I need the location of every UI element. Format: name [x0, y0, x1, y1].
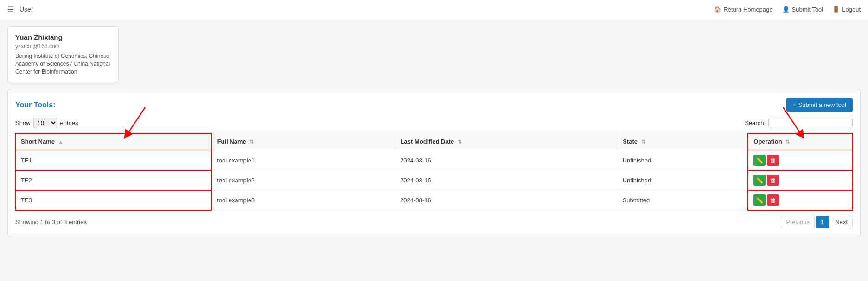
entries-per-page-select[interactable]: 10 25 50 100 [33, 118, 57, 128]
table-wrapper: Short Name ▲ Full Name ⇅ Last Modified D… [15, 133, 853, 210]
cell-state: Unfinished [617, 170, 748, 190]
tools-title: Your Tools: [15, 101, 56, 109]
submit-new-tool-button[interactable]: + Submit a new tool [786, 98, 853, 112]
cell-full-name: tool example1 [211, 150, 395, 170]
search-input[interactable] [768, 118, 853, 128]
pagination: Previous 1 Next [781, 216, 853, 228]
cell-operation: ✏️🗑 [748, 150, 853, 170]
top-navigation: ☰ User 🏠 Return Homepage 👤 Submit Tool 🚪… [0, 0, 868, 19]
cell-last-modified: 2024-08-16 [395, 170, 617, 190]
delete-button[interactable]: 🗑 [767, 155, 779, 166]
nav-left: ☰ User [7, 5, 33, 14]
home-icon: 🏠 [714, 6, 721, 13]
cell-short-name: TE1 [15, 150, 211, 170]
sort-op-icon: ⇅ [785, 139, 790, 144]
delete-button[interactable]: 🗑 [767, 194, 779, 206]
search-group: Search: [745, 118, 853, 128]
cell-operation: ✏️🗑 [748, 190, 853, 210]
table-header: Short Name ▲ Full Name ⇅ Last Modified D… [15, 133, 853, 150]
col-header-last-modified[interactable]: Last Modified Date ⇅ [395, 133, 617, 150]
col-header-short-name[interactable]: Short Name ▲ [15, 133, 211, 150]
table-row: TE3tool example32024-08-16Submitted✏️🗑 [15, 190, 853, 210]
return-homepage-link[interactable]: 🏠 Return Homepage [714, 6, 772, 13]
profile-email: yzxnxu@163.com [15, 43, 111, 50]
showing-entries-text: Showing 1 to 3 of 3 entries [15, 219, 87, 225]
cell-last-modified: 2024-08-16 [395, 190, 617, 210]
cell-full-name: tool example2 [211, 170, 395, 190]
cell-operation: ✏️🗑 [748, 170, 853, 190]
cell-last-modified: 2024-08-16 [395, 150, 617, 170]
tools-table: Short Name ▲ Full Name ⇅ Last Modified D… [15, 133, 853, 210]
edit-button[interactable]: ✏️ [753, 155, 766, 166]
bottom-row: Showing 1 to 3 of 3 entries Previous 1 N… [15, 216, 853, 228]
tools-header: Your Tools: + Submit a new tool [15, 98, 853, 112]
table-header-row: Short Name ▲ Full Name ⇅ Last Modified D… [15, 133, 853, 150]
col-header-full-name[interactable]: Full Name ⇅ [211, 133, 395, 150]
previous-page-button[interactable]: Previous [781, 216, 815, 228]
profile-name: Yuan Zhixiang [15, 33, 111, 41]
logout-icon: 🚪 [832, 6, 840, 13]
user-upload-icon: 👤 [782, 6, 790, 13]
controls-row: Show 10 25 50 100 entries Search: [15, 118, 853, 128]
show-entries-control: Show 10 25 50 100 entries [15, 118, 78, 128]
profile-section: Yuan Zhixiang yzxnxu@163.com Beijing Ins… [0, 19, 868, 90]
sort-state-icon: ⇅ [641, 139, 645, 144]
profile-card: Yuan Zhixiang yzxnxu@163.com Beijing Ins… [7, 26, 119, 82]
nav-brand: User [19, 6, 33, 13]
show-label: Show [15, 119, 31, 126]
nav-right: 🏠 Return Homepage 👤 Submit Tool 🚪 Logout [714, 6, 861, 13]
hamburger-icon[interactable]: ☰ [7, 5, 14, 14]
col-header-operation: Operation ⇅ [748, 133, 853, 150]
edit-button[interactable]: ✏️ [753, 194, 766, 206]
edit-button[interactable]: ✏️ [753, 175, 766, 186]
logout-link[interactable]: 🚪 Logout [832, 6, 861, 13]
search-label: Search: [745, 119, 766, 126]
next-page-button[interactable]: Next [830, 216, 853, 228]
col-header-state[interactable]: State ⇅ [617, 133, 748, 150]
table-row: TE2tool example22024-08-16Unfinished✏️🗑 [15, 170, 853, 190]
page-1-button[interactable]: 1 [816, 216, 829, 228]
cell-state: Submitted [617, 190, 748, 210]
submit-tool-link[interactable]: 👤 Submit Tool [782, 6, 823, 13]
sort-short-name-icon: ▲ [58, 139, 64, 144]
tools-section: Your Tools: + Submit a new tool Show 10 … [7, 90, 861, 236]
table-row: TE1tool example12024-08-16Unfinished✏️🗑 [15, 150, 853, 170]
delete-button[interactable]: 🗑 [767, 175, 779, 186]
cell-short-name: TE3 [15, 190, 211, 210]
sort-full-name-icon: ⇅ [249, 139, 254, 144]
cell-short-name: TE2 [15, 170, 211, 190]
table-body: TE1tool example12024-08-16Unfinished✏️🗑T… [15, 150, 853, 210]
entries-label: entries [60, 119, 78, 126]
cell-state: Unfinished [617, 150, 748, 170]
profile-org: Beijing Institute of Genomics, Chinese A… [15, 52, 111, 75]
sort-date-icon: ⇅ [458, 139, 462, 144]
cell-full-name: tool example3 [211, 190, 395, 210]
